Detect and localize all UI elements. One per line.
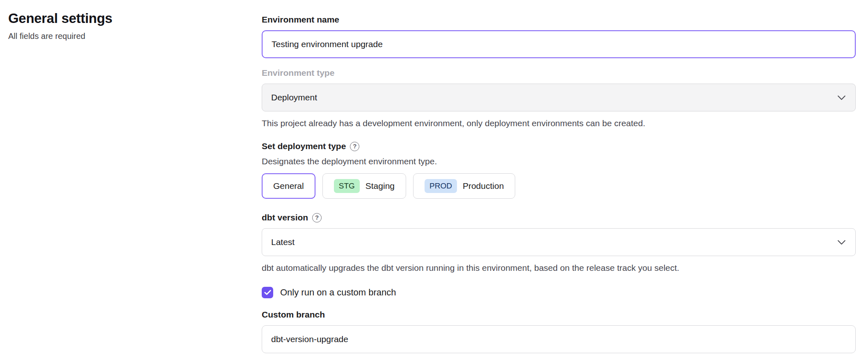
custom-branch-label: Custom branch: [262, 309, 856, 320]
custom-branch-input[interactable]: [262, 325, 856, 353]
environment-type-select[interactable]: Deployment: [262, 84, 856, 111]
help-icon[interactable]: ?: [312, 213, 322, 222]
environment-type-value: Deployment: [271, 93, 317, 102]
deployment-type-option-production[interactable]: PROD Production: [413, 173, 515, 199]
dbt-version-label-text: dbt version: [262, 212, 308, 223]
help-icon[interactable]: ?: [350, 142, 359, 151]
dbt-version-select[interactable]: Latest: [262, 228, 856, 256]
deployment-type-label: Set deployment type ?: [262, 141, 856, 152]
chevron-down-icon: [838, 95, 845, 100]
environment-name-input[interactable]: [262, 30, 856, 58]
settings-page: General settings All fields are required…: [0, 0, 868, 353]
environment-type-helper: This project already has a development e…: [262, 118, 856, 129]
custom-branch-toggle-label[interactable]: Only run on a custom branch: [280, 287, 396, 298]
production-badge: PROD: [425, 179, 457, 193]
chevron-down-icon: [838, 240, 845, 245]
dbt-version-value: Latest: [271, 237, 295, 247]
page-subtitle: All fields are required: [8, 32, 262, 41]
environment-type-label: Environment type: [262, 67, 856, 79]
deployment-type-label-text: Set deployment type: [262, 141, 346, 152]
environment-name-label: Environment name: [262, 14, 856, 25]
deployment-type-option-staging[interactable]: STG Staging: [322, 173, 406, 199]
deployment-type-helper: Designates the deployment environment ty…: [262, 156, 856, 167]
staging-badge: STG: [334, 179, 360, 193]
deployment-type-option-label: General: [273, 181, 304, 191]
custom-branch-toggle-row: Only run on a custom branch: [262, 287, 856, 298]
deployment-type-option-label: Production: [463, 181, 504, 191]
settings-header: General settings All fields are required: [8, 8, 262, 353]
deployment-type-option-general[interactable]: General: [262, 173, 315, 199]
dbt-version-label: dbt version ?: [262, 212, 856, 223]
deployment-type-option-label: Staging: [365, 181, 395, 191]
settings-form: Environment name Environment type Deploy…: [262, 8, 856, 353]
check-icon: [264, 290, 271, 295]
custom-branch-checkbox[interactable]: [262, 287, 273, 298]
deployment-type-options: General STG Staging PROD Production: [262, 173, 856, 199]
dbt-version-helper: dbt automatically upgrades the dbt versi…: [262, 262, 856, 274]
page-title: General settings: [8, 11, 262, 26]
